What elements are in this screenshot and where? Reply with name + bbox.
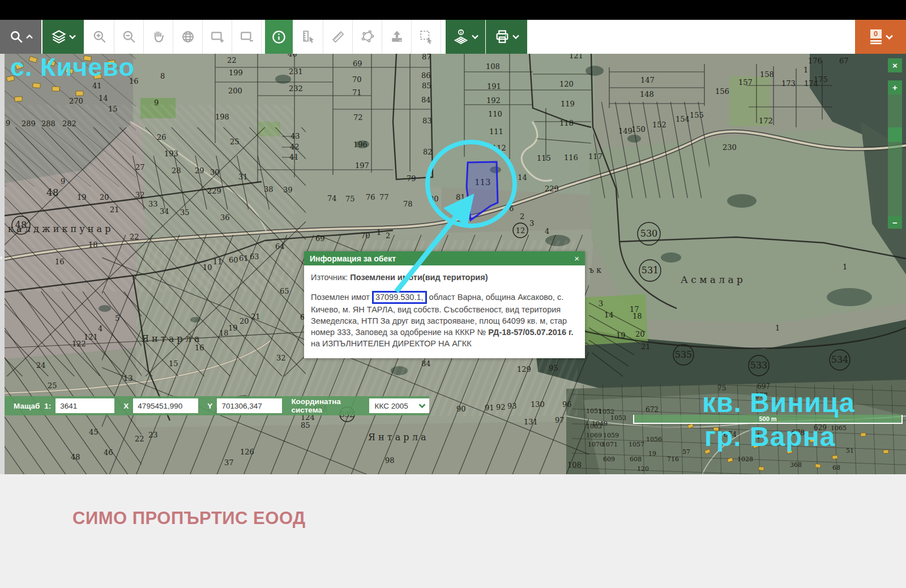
circled-number-label: 533 bbox=[750, 360, 768, 371]
layer-info-button[interactable] bbox=[446, 20, 485, 54]
selected-objects-button[interactable]: 0 bbox=[855, 20, 906, 54]
parcel-number: 14 bbox=[604, 311, 614, 319]
coordinates-bar: Мащаб 1: X Y Координатна система ККС 200… bbox=[5, 396, 429, 415]
zoom-box-out-button[interactable] bbox=[232, 20, 262, 54]
layers-icon bbox=[51, 29, 67, 45]
parcel-number: 76 bbox=[366, 193, 375, 201]
parcel-number: 39 bbox=[283, 186, 293, 194]
upload-button[interactable] bbox=[382, 20, 412, 54]
selection-box-icon bbox=[419, 29, 434, 44]
zoom-out-button[interactable] bbox=[114, 20, 144, 54]
parcel-number: 198 bbox=[215, 113, 229, 121]
parcel-number: 68 bbox=[832, 464, 840, 471]
parcel-number: 37 bbox=[224, 458, 234, 467]
parcel-text-end: на ИЗПЪЛНИТЕЛЕН ДИРЕКТОР НА АГКК bbox=[311, 339, 472, 348]
parcel-number: 27 bbox=[135, 163, 145, 171]
parcel-number: 1057 bbox=[629, 441, 644, 448]
parcel-number: 91 bbox=[485, 404, 494, 412]
x-coordinate-input[interactable] bbox=[133, 398, 198, 413]
hand-icon bbox=[151, 29, 166, 44]
plus-icon: + bbox=[892, 83, 898, 92]
parcel-number: 16 bbox=[55, 257, 65, 266]
rectangle-plus-icon bbox=[210, 29, 225, 44]
building-footprint bbox=[84, 55, 92, 61]
parcel-number: 41 bbox=[289, 153, 299, 161]
building-footprint bbox=[94, 74, 102, 79]
parcel-number: 75 bbox=[717, 384, 726, 392]
parcel-number: 26 bbox=[157, 133, 166, 141]
building-footprint bbox=[832, 455, 838, 459]
parcel-number: 173 bbox=[781, 79, 796, 88]
search-button[interactable] bbox=[0, 20, 41, 54]
parcel-number: 1053 bbox=[610, 414, 626, 422]
zoom-slider-handle[interactable] bbox=[888, 127, 902, 142]
select-features-button[interactable] bbox=[412, 20, 441, 54]
parcel-number: 90 bbox=[456, 405, 466, 413]
scale-input[interactable] bbox=[55, 398, 114, 413]
layer-info-icon bbox=[452, 28, 469, 45]
identify-button[interactable] bbox=[265, 20, 293, 54]
parcel-number: 114 bbox=[513, 173, 527, 182]
popup-close-button[interactable]: × bbox=[574, 254, 579, 263]
rectangle-minus-icon bbox=[240, 29, 254, 44]
sidebar-collapse-handle[interactable]: ‹ bbox=[0, 54, 5, 474]
measure-area-button[interactable] bbox=[353, 20, 382, 54]
parcel-number: 229 bbox=[545, 184, 559, 193]
parcel-number: 111 bbox=[489, 127, 503, 136]
close-overlay-button[interactable]: × bbox=[888, 58, 902, 72]
parcel-number: 72 bbox=[353, 113, 363, 122]
zoom-in-icon bbox=[92, 29, 107, 44]
parcel-number: 2 bbox=[386, 231, 390, 240]
parcel-number: 121 bbox=[569, 54, 583, 60]
zoom-in-button[interactable] bbox=[85, 20, 114, 54]
polygon-icon bbox=[360, 29, 375, 44]
layers-button[interactable] bbox=[42, 20, 84, 54]
pan-button[interactable] bbox=[144, 20, 173, 54]
world-extent-button[interactable] bbox=[173, 20, 203, 54]
measure-select-button[interactable] bbox=[294, 20, 323, 54]
parcel-id-highlight: 37099.530.1, bbox=[372, 291, 427, 304]
building-footprint bbox=[713, 427, 719, 431]
popup-header[interactable]: Информация за обект × bbox=[304, 251, 585, 265]
parcel-number: 70 bbox=[352, 75, 362, 84]
parcel-number: 34 bbox=[160, 207, 169, 216]
parcel-number: 609 bbox=[603, 456, 615, 463]
parcel-number: 149 bbox=[618, 127, 633, 135]
place-label: А с м а л а р bbox=[681, 274, 743, 285]
print-button[interactable] bbox=[486, 20, 527, 54]
parcel-number: 1070 bbox=[588, 441, 604, 448]
parcel-number: 23 bbox=[148, 431, 158, 439]
minus-icon: − bbox=[892, 218, 898, 228]
parcel-number: 1028 bbox=[737, 456, 753, 463]
crs-select[interactable]: ККС 2005 bbox=[369, 398, 429, 413]
parcel-number: 22 bbox=[227, 56, 237, 65]
zoom-slider-track[interactable] bbox=[888, 94, 902, 216]
y-coordinate-input[interactable] bbox=[217, 398, 282, 413]
parcel-number: 674 bbox=[724, 431, 737, 439]
parcel-number: 67 bbox=[839, 57, 849, 65]
parcel-description: Поземлен имот 37099.530.1, област Варна,… bbox=[311, 291, 578, 349]
parcel-number: 3 bbox=[599, 299, 603, 308]
parcel-number: 84 bbox=[421, 96, 431, 104]
parcel-number: 74 bbox=[327, 194, 337, 203]
chevron-left-icon: ‹ bbox=[0, 253, 2, 261]
zoom-out-map-button[interactable]: − bbox=[888, 216, 902, 229]
company-name: СИМО ПРОПЪРТИС ЕООД bbox=[72, 508, 306, 529]
parcel-number: 157 bbox=[738, 78, 753, 87]
parcel-number: 24 bbox=[36, 361, 46, 370]
zoom-in-map-button[interactable]: + bbox=[888, 80, 902, 95]
parcel-number: 38 bbox=[264, 185, 273, 194]
parcel-number: 79 bbox=[407, 174, 416, 183]
map-scalebar: 500 m bbox=[633, 415, 903, 424]
parcel-number: 197 bbox=[355, 161, 369, 170]
parcel-number: 22 bbox=[130, 233, 139, 241]
parcel-number: 116 bbox=[564, 153, 578, 162]
measure-distance-button[interactable] bbox=[323, 20, 353, 54]
parcel-number: 75 bbox=[345, 195, 355, 203]
chevron-down-icon bbox=[472, 34, 478, 40]
zoom-box-in-button[interactable] bbox=[203, 20, 232, 54]
scale-ratio: 1: bbox=[44, 402, 51, 410]
parcel-number: 8 bbox=[160, 72, 165, 80]
parcel-number: 83 bbox=[422, 117, 432, 125]
parcel-number: 5 bbox=[115, 314, 119, 323]
